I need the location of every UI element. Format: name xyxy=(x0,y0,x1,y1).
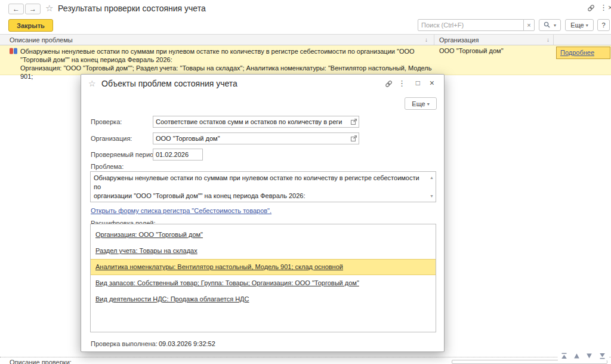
close-form-button[interactable]: Закрыть xyxy=(8,19,53,32)
details-link[interactable]: Подробнее xyxy=(560,49,594,56)
column-header-description[interactable]: Описание проблемы xyxy=(10,36,73,44)
close-dialog-icon[interactable]: × xyxy=(430,78,434,88)
organization-label: Организация: xyxy=(91,135,132,142)
favorite-star-icon[interactable]: ☆ xyxy=(45,3,53,14)
decryption-link[interactable]: Аналитика номенклатуры: Вентилятор насто… xyxy=(95,263,343,270)
get-link-icon[interactable] xyxy=(385,80,393,89)
decryption-list: Организация: ООО "Торговый дом" Раздел у… xyxy=(90,224,436,332)
problem-objects-dialog: ☆ Объекты проблем состояния учета ⋮ □ × … xyxy=(81,74,445,352)
help-button[interactable]: ? xyxy=(597,19,610,31)
check-value: Соответствие остатков сумм и остатков по… xyxy=(156,118,342,125)
column-header-organization[interactable]: Организация xyxy=(439,36,479,44)
window-header: ← → ☆ Результаты проверки состояния учет… xyxy=(0,0,611,17)
problem-label: Проблема: xyxy=(91,163,124,170)
more-button-label: Еще xyxy=(570,21,584,29)
scroll-down-icon[interactable]: ▼ xyxy=(430,192,434,200)
search-input[interactable] xyxy=(418,19,524,31)
decryption-link[interactable]: Организация: ООО "Торговый дом" xyxy=(95,231,203,238)
close-window-icon[interactable]: × xyxy=(608,3,611,12)
open-choose-icon[interactable] xyxy=(350,118,357,127)
more-menu-icon[interactable]: ⋮ xyxy=(600,3,607,12)
chevron-down-icon: ▾ xyxy=(586,23,588,28)
get-link-icon[interactable] xyxy=(587,4,595,13)
table-row[interactable]: Обнаружены ненулевые остатки по суммам п… xyxy=(0,45,611,75)
move-down-button[interactable] xyxy=(584,351,595,360)
favorite-star-icon[interactable]: ☆ xyxy=(88,79,96,88)
problem-textarea[interactable]: Обнаружены ненулевые остатки по суммам п… xyxy=(90,171,436,202)
list-item-selected[interactable]: Аналитика номенклатуры: Вентилятор насто… xyxy=(91,259,436,275)
command-bar: Закрыть × ▾ Еще▾ ? xyxy=(0,18,611,33)
move-up-button[interactable] xyxy=(572,351,582,360)
problem-text: Обнаружены ненулевые остатки по суммам п… xyxy=(94,174,426,202)
list-item[interactable]: Вид деятельности НДС: Продажа облагается… xyxy=(91,291,436,307)
organization-value: ООО "Торговый дом" xyxy=(156,135,220,142)
section-divider xyxy=(0,357,611,357)
dialog-title: Объекты проблем состояния учета xyxy=(101,79,237,88)
decryption-link[interactable]: Вид запасов: Собственный товар; Группа: … xyxy=(95,279,359,286)
open-register-link[interactable]: Открыть форму списка регистра "Себестоим… xyxy=(91,207,271,214)
dialog-more-button[interactable]: Еще▾ xyxy=(405,97,437,110)
move-to-top-button[interactable] xyxy=(559,351,570,360)
list-nav-toolbar xyxy=(558,351,609,360)
maximize-icon[interactable]: □ xyxy=(416,79,420,87)
search-button[interactable]: ▾ xyxy=(539,19,561,31)
completed-label: Проверка выполнена: xyxy=(91,340,158,347)
list-item[interactable]: Раздел учета: Товары на складах xyxy=(91,243,436,259)
sort-desc-icon: ↓ xyxy=(547,36,550,43)
decryption-link[interactable]: Вид деятельности НДС: Продажа облагается… xyxy=(95,295,249,303)
open-choose-icon[interactable] xyxy=(350,135,357,143)
check-description-label: Описание проверки: xyxy=(10,359,72,364)
back-button[interactable]: ← xyxy=(8,4,24,14)
list-item[interactable]: Вид запасов: Собственный товар; Группа: … xyxy=(91,275,436,291)
dialog-more-label: Еще xyxy=(412,100,425,107)
move-to-bottom-button[interactable] xyxy=(597,351,607,360)
details-cell[interactable]: Подробнее xyxy=(556,47,610,59)
dialog-titlebar[interactable]: ☆ Объекты проблем состояния учета ⋮ □ × xyxy=(81,75,444,94)
list-item[interactable]: Организация: ООО "Торговый дом" xyxy=(91,227,436,243)
check-field[interactable]: Соответствие остатков сумм и остатков по… xyxy=(153,116,359,128)
app-root: { "colors": { "accent_yellow": "#FBD63E"… xyxy=(0,0,611,364)
forward-button[interactable]: → xyxy=(25,4,41,14)
row-organization: ООО "Торговый дом" xyxy=(439,47,550,54)
check-label: Проверка: xyxy=(91,118,122,125)
search-clear-button[interactable]: × xyxy=(523,19,535,31)
page-title: Результаты проверки состояния учета xyxy=(58,4,206,13)
more-button[interactable]: Еще▾ xyxy=(565,19,594,31)
sort-desc-icon: ↓ xyxy=(425,36,428,43)
search-icon xyxy=(544,21,552,29)
problem-type-icon xyxy=(10,48,17,55)
column-divider xyxy=(434,35,434,45)
period-value: 01.02.2026 xyxy=(156,151,189,158)
column-divider xyxy=(553,35,554,45)
completed-value: 09.03.2026 9:32:52 xyxy=(159,340,215,347)
period-field[interactable]: 01.02.2026 xyxy=(153,149,203,161)
grid-header: Описание проблемы ↓ Организация ↓ xyxy=(0,34,611,45)
chevron-down-icon: ▾ xyxy=(554,23,556,28)
more-menu-icon[interactable]: ⋮ xyxy=(398,79,406,88)
scroll-up-icon[interactable]: ▲ xyxy=(430,173,434,182)
organization-field[interactable]: ООО "Торговый дом" xyxy=(153,132,359,144)
decryption-link[interactable]: Раздел учета: Товары на складах xyxy=(95,247,198,254)
period-label: Проверяемый период: xyxy=(91,151,159,158)
chevron-down-icon: ▾ xyxy=(427,101,430,107)
check-description-field[interactable] xyxy=(452,360,607,364)
